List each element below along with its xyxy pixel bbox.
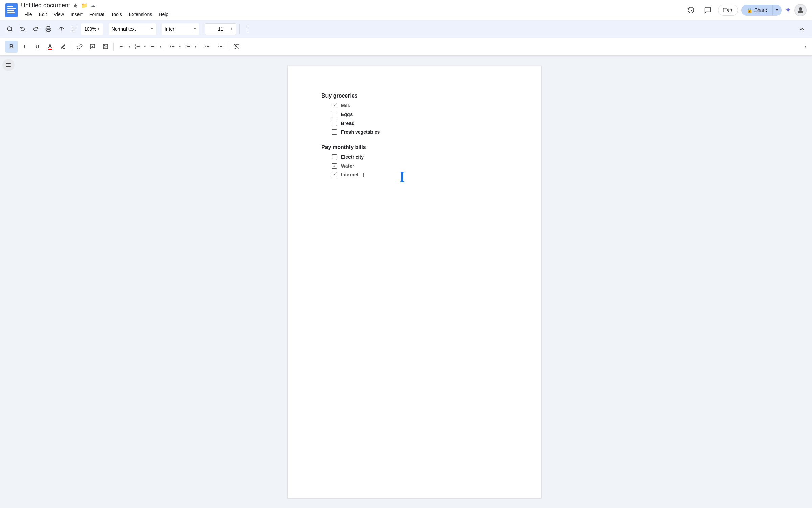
align-dropdown-icon[interactable]: ▾ <box>129 44 131 49</box>
svg-line-9 <box>11 30 12 31</box>
bullet-list-button[interactable] <box>166 41 178 53</box>
toolbar-divider-3 <box>202 24 202 34</box>
line-spacing-dropdown-icon[interactable]: ▾ <box>144 44 146 49</box>
checkbox-vegetables[interactable] <box>332 129 337 135</box>
spellcheck-button[interactable] <box>68 23 80 35</box>
svg-rect-10 <box>47 29 50 31</box>
menu-tools[interactable]: Tools <box>108 10 126 18</box>
redo-button[interactable] <box>30 23 41 35</box>
share-arrow-button[interactable]: ▾ <box>772 5 782 15</box>
font-size-increase-button[interactable]: + <box>227 23 236 35</box>
clear-format-button[interactable] <box>230 41 243 53</box>
paint-format-button[interactable] <box>55 23 67 35</box>
format-divider-2 <box>113 43 114 51</box>
toolbar-font-size-toggle[interactable]: ▾ <box>805 44 807 49</box>
list-item-internet: ✓ Internet | 𝐈 <box>332 172 508 177</box>
zoom-arrow-icon: ▾ <box>98 27 100 31</box>
item-water-label: Water <box>341 163 354 169</box>
menu-format[interactable]: Format <box>86 10 108 18</box>
checkbox-eggs[interactable] <box>332 112 337 117</box>
checkbox-milk[interactable]: ✓ <box>332 103 337 108</box>
paragraph-style-select[interactable]: Normal text ▾ <box>109 23 156 35</box>
user-avatar[interactable] <box>794 4 807 16</box>
top-bar-right: ▾ 🔒 Share ▾ ✦ <box>684 3 807 17</box>
undo-button[interactable] <box>17 23 28 35</box>
history-button[interactable] <box>684 3 698 17</box>
more-options-button[interactable]: ⋮ <box>242 23 254 35</box>
search-button[interactable] <box>4 23 16 35</box>
meet-button[interactable]: ▾ <box>718 5 738 16</box>
font-label: Inter <box>165 26 174 32</box>
section-1-checklist: ✓ Milk Eggs Bread Fresh vegetables <box>332 103 508 135</box>
list-item-milk: ✓ Milk <box>332 103 508 108</box>
share-label: Share <box>754 7 767 13</box>
text-cursor: | <box>363 172 364 177</box>
toolbar-divider-1 <box>106 24 106 34</box>
gemini-button[interactable]: ✦ <box>785 6 791 15</box>
share-lock-icon: 🔒 <box>747 7 752 13</box>
align-button[interactable] <box>116 41 128 53</box>
list-item-water: ✓ Water <box>332 163 508 169</box>
checkbox-internet[interactable]: ✓ <box>332 172 337 177</box>
list-item-vegetables: Fresh vegetables <box>332 129 508 135</box>
checkbox-bread[interactable] <box>332 121 337 126</box>
zoom-label: 100% <box>84 26 96 32</box>
item-bread-label: Bread <box>341 121 355 126</box>
indent-less-button[interactable] <box>201 41 213 53</box>
font-select[interactable]: Inter ▾ <box>162 23 199 35</box>
format-divider-1 <box>71 43 71 51</box>
document-title[interactable]: Untitled document <box>21 2 70 9</box>
share-button[interactable]: 🔒 Share ▾ <box>741 5 782 16</box>
checkbox-water[interactable]: ✓ <box>332 163 337 169</box>
toolbar-collapse-button[interactable] <box>796 23 808 35</box>
svg-point-30 <box>170 45 171 45</box>
item-internet-label: Internet <box>341 172 358 177</box>
menu-view[interactable]: View <box>50 10 67 18</box>
paragraph-styles-dropdown-icon[interactable]: ▾ <box>160 44 162 49</box>
svg-marker-5 <box>727 9 729 12</box>
svg-rect-4 <box>7 12 15 13</box>
line-spacing-button[interactable] <box>131 41 143 53</box>
print-button[interactable] <box>43 23 54 35</box>
font-arrow-icon: ▾ <box>194 27 196 31</box>
app-logo[interactable] <box>5 3 18 17</box>
doc-title-area: Untitled document ★ 📁 ☁ File Edit View I… <box>21 2 681 18</box>
underline-button[interactable]: U <box>31 41 43 53</box>
comment-button[interactable] <box>701 3 715 17</box>
highlight-button[interactable] <box>57 41 69 53</box>
menu-edit[interactable]: Edit <box>36 10 50 18</box>
style-label: Normal text <box>112 26 136 32</box>
bold-button[interactable]: B <box>5 41 18 53</box>
indent-more-button[interactable] <box>214 41 226 53</box>
folder-icon[interactable]: 📁 <box>81 2 88 9</box>
sidebar-toggle-button[interactable] <box>2 59 15 71</box>
star-icon[interactable]: ★ <box>73 2 78 9</box>
svg-rect-2 <box>7 8 16 9</box>
add-comment-button[interactable] <box>86 41 98 53</box>
text-color-button[interactable]: A <box>44 41 56 53</box>
toolbar-divider-2 <box>159 24 159 34</box>
italic-button[interactable]: I <box>18 41 30 53</box>
cloud-icon[interactable]: ☁ <box>90 2 96 9</box>
top-bar: Untitled document ★ 📁 ☁ File Edit View I… <box>0 0 812 20</box>
numbered-list-button[interactable]: 1. 2. 3. <box>182 41 194 53</box>
paragraph-styles-button[interactable] <box>147 41 159 53</box>
numbered-list-dropdown-icon[interactable]: ▾ <box>195 44 197 49</box>
toolbar-divider-4 <box>239 24 240 34</box>
item-vegetables-label: Fresh vegetables <box>341 129 380 135</box>
checkbox-electricity[interactable] <box>332 154 337 160</box>
menu-help[interactable]: Help <box>155 10 172 18</box>
menu-extensions[interactable]: Extensions <box>126 10 155 18</box>
bullet-list-dropdown-icon[interactable]: ▾ <box>179 44 181 49</box>
font-size-input[interactable] <box>215 26 227 32</box>
link-button[interactable] <box>73 41 86 53</box>
insert-image-button[interactable] <box>99 41 111 53</box>
meet-dropdown-icon: ▾ <box>730 7 733 13</box>
zoom-select[interactable]: 100% ▾ <box>81 23 103 35</box>
menu-file[interactable]: File <box>21 10 36 18</box>
section-2-checklist: Electricity ✓ Water ✓ Internet | 𝐈 <box>332 154 508 177</box>
share-main[interactable]: 🔒 Share <box>741 5 772 16</box>
document-page[interactable]: Buy groceries ✓ Milk Eggs Bread Fresh ve… <box>288 66 541 498</box>
font-size-decrease-button[interactable]: − <box>205 23 215 35</box>
menu-insert[interactable]: Insert <box>67 10 86 18</box>
